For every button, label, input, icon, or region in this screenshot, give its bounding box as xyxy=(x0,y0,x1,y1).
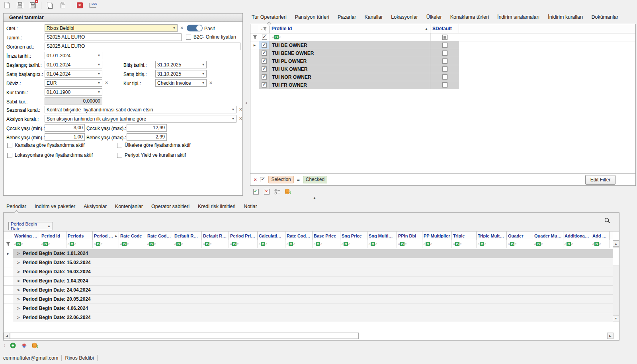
log-icon[interactable]: LOG xyxy=(88,1,98,9)
filter-cell-8[interactable]: aBc xyxy=(229,240,258,248)
aksiyon-kurali-combo[interactable]: Son aksiyon tarihinden ilk aksiyon tarih… xyxy=(45,115,236,123)
otel-clear-icon[interactable]: ✕ xyxy=(180,24,184,32)
group-row[interactable]: >Period Begin Date: 15.02.2024 xyxy=(4,258,613,267)
table-row[interactable]: TUI BENE OWNER xyxy=(250,49,459,57)
chevron-down-icon[interactable]: ▼ xyxy=(171,26,177,30)
expand-chevron-icon[interactable]: > xyxy=(17,315,23,320)
table-row[interactable]: ▶TUI DE OWNER xyxy=(250,41,459,49)
row-checkbox[interactable] xyxy=(262,51,267,56)
tab-pansiyon-t-rleri[interactable]: Pansiyon türleri xyxy=(295,14,329,20)
sezonsal-clear-icon[interactable]: ✕ xyxy=(239,106,242,113)
delete-icon[interactable]: ✕ xyxy=(75,1,84,9)
filter-cell-18[interactable]: aBc xyxy=(507,240,533,248)
profile-id-filter-cell[interactable]: aBc xyxy=(270,33,430,41)
expand-chevron-icon[interactable]: > xyxy=(17,288,23,292)
sdefault-filter-cell[interactable] xyxy=(430,33,459,41)
chevron-down-icon[interactable]: ▼ xyxy=(230,117,236,121)
filter-cell-6[interactable]: aBc xyxy=(173,240,202,248)
column-header-sng-multiplier-13[interactable]: Sng Multiplier xyxy=(367,232,397,240)
b2c-checkbox[interactable] xyxy=(186,35,191,40)
satis-baslangic-combo[interactable]: 01.04.2024▼ xyxy=(45,70,102,78)
filter-cell-12[interactable]: aBc xyxy=(340,240,367,248)
chevron-down-icon[interactable]: ▼ xyxy=(96,72,102,76)
filter-cell-1[interactable]: aBc xyxy=(40,240,66,248)
scroll-right-icon[interactable]: ▶ xyxy=(607,333,614,339)
toolbar-grip[interactable]: ⁞ xyxy=(4,344,5,348)
tab-operator-sabitleri[interactable]: Operator sabitleri xyxy=(151,204,190,209)
row-checkbox[interactable] xyxy=(262,82,267,88)
group-row[interactable]: >Period Begin Date: 4.06.2024 xyxy=(4,304,613,313)
column-header-periods-2[interactable]: Periods xyxy=(66,232,93,240)
column-header-ppin-dbl-14[interactable]: PPIn Dbl xyxy=(397,232,422,240)
bitis-date-combo[interactable]: 31.10.2025▼ xyxy=(155,61,207,68)
column-header-triple-16[interactable]: Triple xyxy=(452,232,477,240)
group-row[interactable]: >Period Begin Date: 22.06.2024 xyxy=(4,313,613,322)
filter-cell-7[interactable]: aBc xyxy=(202,240,229,248)
search-icon[interactable] xyxy=(604,218,610,224)
ulkeler-checkbox[interactable] xyxy=(117,143,122,148)
kanallar-checkbox[interactable] xyxy=(7,143,12,148)
column-header-add-pp1-21[interactable]: Add PP1 xyxy=(591,232,610,240)
chevron-down-icon[interactable]: ▼ xyxy=(96,90,102,94)
horizontal-scrollbar[interactable]: ◀ ▶ xyxy=(4,333,619,339)
kur-tipi-clear-icon[interactable]: ✕ xyxy=(209,79,213,87)
scrollbar-thumb[interactable] xyxy=(10,333,359,339)
column-header-rate-code-id-10[interactable]: Rate Code Id xyxy=(285,232,313,240)
column-header-rate-code-4[interactable]: Rate Code xyxy=(119,232,146,240)
refresh-data-icon[interactable] xyxy=(285,188,291,195)
chevron-down-icon[interactable]: ▼ xyxy=(96,63,102,66)
column-header-period-en-3[interactable]: Period En...▲ xyxy=(93,232,119,240)
filter-cell-5[interactable]: aBc xyxy=(146,240,173,248)
filter-cell-4[interactable]: aBc xyxy=(119,240,146,248)
save-icon[interactable] xyxy=(16,1,24,9)
save-and-close-icon[interactable]: ✕ xyxy=(28,1,37,9)
tab-aksiyonlar[interactable]: Aksiyonlar xyxy=(84,204,107,209)
expand-chevron-icon[interactable]: > xyxy=(17,306,23,311)
filter-cell-19[interactable]: aBc xyxy=(533,240,563,248)
copy-icon[interactable] xyxy=(45,1,54,9)
sdefault-filter-checkbox[interactable] xyxy=(442,35,447,40)
sezonsal-kural-combo[interactable]: Kontrat bitişinde fiyatlandırması sabit … xyxy=(45,106,236,113)
column-header-calculation-m-9[interactable]: Calculation M... xyxy=(258,232,285,240)
filter-field-chip[interactable]: Selection xyxy=(268,176,293,183)
column-header-additional-pp1-20[interactable]: Additional PP1 xyxy=(563,232,591,240)
filter-cell-0[interactable]: aBc xyxy=(13,240,40,248)
column-header-working-com-0[interactable]: Working Com... xyxy=(13,232,40,240)
gorunen-input[interactable]: S2025 ALL EURO xyxy=(45,43,240,50)
filter-cell-11[interactable]: aBc xyxy=(313,240,340,248)
edit-filter-button[interactable]: Edit Filter xyxy=(585,175,616,185)
filter-value-chip[interactable]: Checked xyxy=(303,176,327,183)
lokasyonlar-checkbox[interactable] xyxy=(7,153,12,158)
tab-pazarlar[interactable]: Pazarlar xyxy=(338,14,356,20)
scroll-up-icon[interactable]: ▲ xyxy=(613,240,619,247)
vertical-scrollbar[interactable]: ▲ ▼ xyxy=(613,240,619,321)
profile-id-column-header[interactable]: Profile Id ▲ xyxy=(270,24,430,33)
baslangic-date-combo[interactable]: 01.01.2024▼ xyxy=(45,61,102,68)
pasif-toggle[interactable] xyxy=(187,25,203,31)
group-row[interactable]: ▶>Period Begin Date: 1.01.2024 xyxy=(4,249,613,258)
paste-icon-disabled[interactable] xyxy=(58,1,67,9)
chevron-down-icon[interactable]: ▼ xyxy=(96,54,102,57)
cocuk-max-input[interactable]: 12,99 xyxy=(127,124,167,132)
scroll-left-icon[interactable]: ◀ xyxy=(4,333,10,339)
expand-chevron-icon[interactable]: > xyxy=(17,278,23,283)
sdefault-column-header[interactable]: SDefault xyxy=(430,24,459,33)
column-header-pp-multiplier-15[interactable]: PP Multiplier xyxy=(422,232,452,240)
sdefault-checkbox[interactable] xyxy=(442,51,447,56)
kur-tipi-combo[interactable]: Checkin Invoice▼ xyxy=(155,79,207,87)
kur-tarihi-combo[interactable]: 01.01.1900▼ xyxy=(45,88,102,96)
row-checkbox[interactable] xyxy=(262,66,267,72)
chevron-down-icon[interactable]: ▼ xyxy=(200,72,206,76)
column-header-default-rate-6[interactable]: Default Rate ... xyxy=(173,232,202,240)
expand-chevron-icon[interactable]: > xyxy=(17,251,23,256)
tab-kanallar[interactable]: Kanallar xyxy=(364,14,383,20)
tab-kredi-risk-limitleri[interactable]: Kredi risk limitleri xyxy=(198,204,235,209)
row-checkbox[interactable] xyxy=(262,74,267,80)
tab-kontenjanlar[interactable]: Kontenjanlar xyxy=(115,204,143,209)
group-row[interactable]: >Period Begin Date: 20.05.2024 xyxy=(4,295,613,304)
filter-cell-2[interactable]: aBc xyxy=(66,240,93,248)
remove-filter-icon[interactable]: ✕ xyxy=(254,177,257,182)
otel-combo[interactable]: Rixos Beldibi ▼ xyxy=(45,24,178,32)
column-header-quader-multip-19[interactable]: Quader Multip... xyxy=(533,232,563,240)
chevron-down-icon[interactable]: ▼ xyxy=(200,63,206,66)
